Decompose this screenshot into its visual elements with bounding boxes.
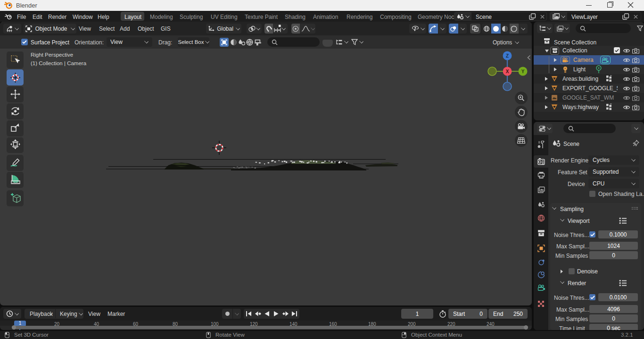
svg-text:X: X — [506, 69, 509, 74]
svg-text:Z: Z — [506, 53, 509, 59]
svg-text:Y: Y — [521, 69, 525, 74]
